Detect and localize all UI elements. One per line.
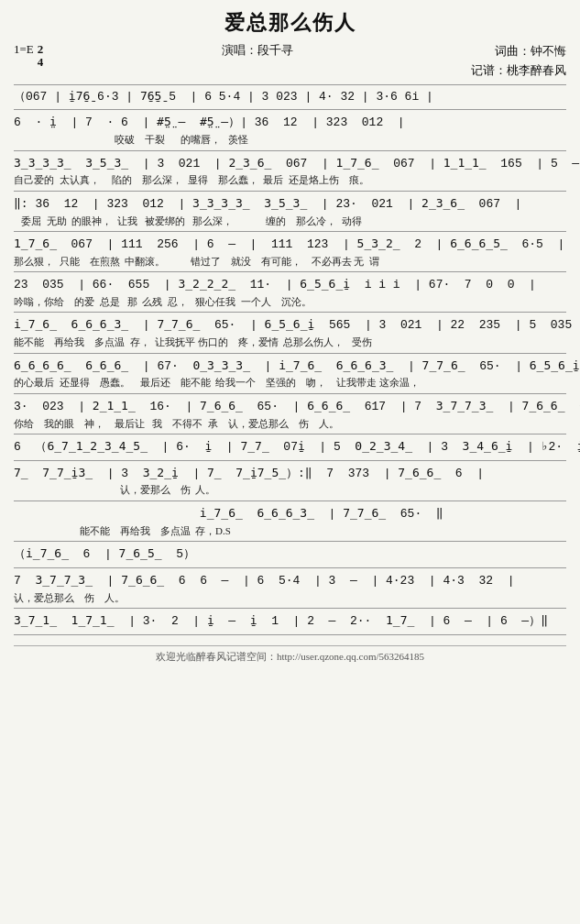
notes-12: （i̲7̲6̲ 6 | 7̲6̲5̲ 5） — [14, 545, 566, 565]
line-divider-0 — [14, 109, 566, 110]
score-line-5: 23 035 | 66· 655 | 3̲2̲2̲2̲ 11· | 6̲5̲6̲… — [14, 276, 566, 315]
notes-1: 6 · i̤ | 7 · 6 | #̤5̤ — #̤5̤ —）| 36 12 |… — [14, 114, 566, 133]
line-divider-9 — [14, 460, 566, 461]
score-line-8: 3· 023 | 2̲1̲1̲ 16· | 7̲6̲6̲ 65· | 6̲6̲6… — [14, 398, 566, 437]
score-line-12: （i̲7̲6̲ 6 | 7̲6̲5̲ 5） — [14, 545, 566, 571]
score-line-4: 1̲7̲6̲ 067 | 111 256 | 6 — | 111 123 | 5… — [14, 236, 566, 275]
line-divider-13 — [14, 608, 566, 609]
footer: 欢迎光临醉春风记谱空间：http://user.qzone.qq.com/563… — [14, 645, 566, 664]
lyrics-11: 能不能 再给我 多点温 存，D.S — [14, 524, 566, 538]
time-numerator: 2 — [38, 43, 44, 56]
line-divider-6 — [14, 353, 566, 354]
line-divider-3 — [14, 231, 566, 232]
lyrics-4: 那么狠， 只能 在煎熬 中翻滚。 错过了 就没 有可能， 不必再去 无 谓 — [14, 255, 566, 269]
notes-7: 6̲6̲6̲6̲ 6̲6̲6̲ | 67· 0̲3̲3̲3̲ | i̲7̲6̲ … — [14, 358, 566, 377]
composer-label: 词曲：钟不悔 — [471, 42, 566, 61]
singer-info: 演唱：段千寻 — [222, 42, 293, 59]
line-divider-8 — [14, 434, 566, 434]
line-divider-2 — [14, 191, 566, 192]
notes-14: 3̲7̲1̲ 1̲7̲1̲ | 3· 2 | i̱ — i̱ 1 | 2 — 2… — [14, 612, 566, 632]
line-divider-12 — [14, 567, 566, 568]
time-signature: 2 4 — [38, 43, 44, 70]
lyrics-3: 委屈 无助 的眼神， 让我 被爱绑的 那么深， 缠的 那么冷， 动得 — [14, 214, 566, 228]
notes-10: 7̲ 7̲7̲i̱3̲ | 3 3̲2̲i̱ | 7̲ 7̲i̱7̲5̲）:‖ … — [14, 465, 566, 484]
notes-13: 7 3̲7̲7̲3̲ | 7̲6̲6̲ 6 6 — | 6 5·4 | 3 — … — [14, 572, 566, 591]
score-line-3: ‖: 36 12 | 323 012 | 3̲3̲3̲3̲ 3̲5̲3̲ | 2… — [14, 195, 566, 235]
score-line-11: i̲7̲6̲ 6̲6̲6̲3̲ | 7̲7̲6̲ 65· ‖ 能不能 再给我 多… — [14, 505, 566, 544]
score-line-9: 6 （6̲7̲1̲2̲3̲4̲5̲ | 6· i̱ | 7̲7̲ 07i̱ | … — [14, 438, 566, 464]
line-divider-4 — [14, 271, 566, 272]
line-divider-7 — [14, 393, 566, 394]
score-line-13: 7 3̲7̲7̲3̲ | 7̲6̲6̲ 6 6 — | 6 5·4 | 3 — … — [14, 572, 566, 611]
song-title: 爱总那么伤人 — [14, 9, 566, 37]
score-line-10: 7̲ 7̲7̲i̱3̲ | 3 3̲2̲i̱ | 7̲ 7̲i̱7̲5̲）:‖ … — [14, 465, 566, 504]
meta-row: 1=E 2 4 演唱：段千寻 词曲：钟不悔 记谱：桃李醉春风 — [14, 42, 566, 81]
notes-8: 3· 023 | 2̲1̲1̲ 16· | 7̲6̲6̲ 65· | 6̲6̲6… — [14, 398, 566, 417]
notes-6: i̲7̲6̲ 6̲6̲6̲3̲ | 7̲7̲6̲ 65· | 6̲5̲6̲i̱ … — [14, 316, 566, 336]
key-label: 1=E — [14, 42, 34, 57]
score-line-14: 3̲7̲1̲ 1̲7̲1̲ | 3· 2 | i̱ — i̱ 1 | 2 — 2… — [14, 612, 566, 638]
notes-2: 3̲3̲3̲3̲ 3̲5̲3̲ | 3 021 | 2̲3̲6̲ 067 | 1… — [14, 155, 566, 174]
time-denominator: 4 — [38, 56, 44, 69]
lyrics-1: 咬破 干裂 的嘴唇， 羡怪 — [14, 133, 566, 147]
page: 爱总那么伤人 1=E 2 4 演唱：段千寻 词曲：钟不悔 记谱：桃李醉春风 （0… — [14, 9, 566, 664]
line-divider-11 — [14, 541, 566, 542]
arranger-label: 记谱：桃李醉春风 — [471, 61, 566, 81]
notes-3: ‖: 36 12 | 323 012 | 3̲3̲3̲3̲ 3̲5̲3̲ | 2… — [14, 195, 566, 214]
lyrics-13: 认，爱总那么 伤 人。 — [14, 591, 566, 605]
score-line-7: 6̲6̲6̲6̲ 6̲6̲6̲ | 67· 0̲3̲3̲3̲ | i̲7̲6̲ … — [14, 358, 566, 397]
notes-11: i̲7̲6̲ 6̲6̲6̲3̲ | 7̲7̲6̲ 65· ‖ — [14, 505, 566, 524]
lyrics-7: 的心最后 还显得 愚蠢。 最后还 能不能 给我一个 坚强的 吻， 让我带走 这余… — [14, 376, 566, 390]
notes-0: （067 | i̱7̱6̱ 6·3 | 7̱6̱5̱ 5 | 6 5·4 | 3… — [14, 88, 566, 107]
lyrics-8: 你给 我的眼 神， 最后让 我 不得不 承 认，爱总那么 伤 人。 — [14, 417, 566, 431]
score-line-6: i̲7̲6̲ 6̲6̲6̲3̲ | 7̲7̲6̲ 65· | 6̲5̲6̲i̱ … — [14, 316, 566, 356]
score-line-0: （067 | i̱7̱6̱ 6·3 | 7̱6̱5̱ 5 | 6 5·4 | 3… — [14, 88, 566, 114]
notes-4: 1̲7̲6̲ 067 | 111 256 | 6 — | 111 123 | 5… — [14, 236, 566, 255]
lyrics-10: 认，爱那么 伤 人。 — [14, 483, 566, 497]
line-divider-10 — [14, 500, 566, 501]
score-line-1: 6 · i̤ | 7 · 6 | #̤5̤ — #̤5̤ —）| 36 12 |… — [14, 114, 566, 153]
top-divider — [14, 84, 566, 85]
key-time-sig: 1=E 2 4 — [14, 42, 43, 70]
line-divider-5 — [14, 312, 566, 313]
notes-5: 23 035 | 66· 655 | 3̲2̲2̲2̲ 11· | 6̲5̲6̲… — [14, 276, 566, 295]
credits: 词曲：钟不悔 记谱：桃李醉春风 — [471, 42, 566, 81]
lyrics-2: 自己爱的 太认真， 陷的 那么深， 显得 那么蠢， 最后 还是烙上伤 痕。 — [14, 173, 566, 187]
lyrics-5: 吟嗡，你给 的爱 总是 那 么残 忍， 狠心任我 一个人 沉沦。 — [14, 295, 566, 309]
notes-9: 6 （6̲7̲1̲2̲3̲4̲5̲ | 6· i̱ | 7̲7̲ 07i̱ | … — [14, 438, 566, 457]
line-divider-14 — [14, 634, 566, 635]
lyrics-6: 能不能 再给我 多点温 存， 让我抚平 伤口的 疼，爱情 总那么伤人， 受伤 — [14, 336, 566, 349]
line-divider-1 — [14, 150, 566, 151]
score-line-2: 3̲3̲3̲3̲ 3̲5̲3̲ | 3 021 | 2̲3̲6̲ 067 | 1… — [14, 155, 566, 194]
score-block: （067 | i̱7̱6̱ 6·3 | 7̱6̱5̱ 5 | 6 5·4 | 3… — [14, 88, 566, 638]
